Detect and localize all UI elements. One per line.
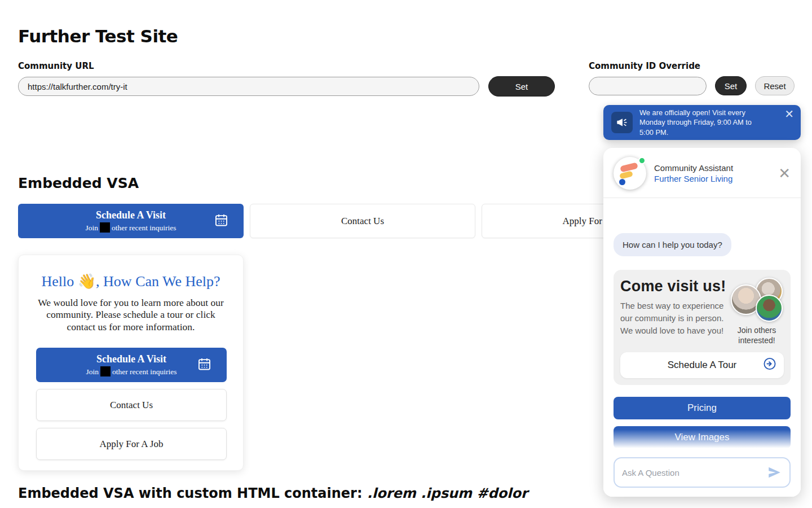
avatar [756, 295, 783, 322]
come-visit-card: Come visit us! The best way to experienc… [614, 270, 791, 385]
community-url-input[interactable] [18, 77, 479, 96]
pricing-button[interactable]: Pricing [614, 397, 791, 419]
chat-header: Community Assistant Further Senior Livin… [603, 148, 801, 198]
community-url-set-button[interactable]: Set [488, 76, 555, 97]
visitor-avatars [731, 278, 783, 322]
community-logo [614, 157, 646, 190]
redacted-count [100, 222, 110, 233]
close-icon[interactable]: ✕ [784, 108, 794, 120]
contact-us-button[interactable]: Contact Us [250, 204, 475, 238]
community-id-group: Community ID Override Set Reset [589, 61, 795, 95]
schedule-visit-label: Schedule A Visit [96, 209, 166, 221]
chat-message-area[interactable]: How can I help you today? Come visit us!… [603, 198, 801, 456]
community-id-label: Community ID Override [589, 61, 795, 71]
community-id-input[interactable] [589, 77, 707, 95]
chat-widget-panel: Community Assistant Further Senior Livin… [603, 148, 801, 497]
card-schedule-visit-button[interactable]: Schedule A Visit Joinother recent inquir… [36, 348, 227, 382]
community-id-reset-button[interactable]: Reset [755, 76, 795, 95]
visit-card-heading: Come visit us! [620, 278, 726, 295]
send-icon[interactable] [766, 465, 782, 480]
announcement-text: We are officially open! Visit every Mond… [639, 108, 762, 137]
online-status-dot [638, 157, 646, 164]
hello-card-body: We would love for you to learn more abou… [36, 297, 226, 333]
assistant-message-bubble: How can I help you today? [614, 233, 731, 256]
visit-card-body: The best way to experience our community… [620, 300, 726, 336]
calendar-icon [197, 356, 212, 374]
arrow-circle-right-icon [763, 357, 776, 374]
announcement-toast: We are officially open! Visit every Mond… [603, 105, 801, 140]
hello-card: Hello 👋, How Can We Help? We would love … [18, 255, 244, 471]
assistant-title: Community Assistant [654, 163, 733, 173]
calendar-icon [214, 212, 229, 230]
join-others-text: Join others interested! [730, 325, 784, 345]
schedule-tour-button[interactable]: Schedule A Tour [620, 352, 784, 378]
page-title: Further Test Site [18, 26, 794, 46]
redacted-count [100, 366, 111, 376]
chat-input-area [603, 456, 801, 497]
view-images-button[interactable]: View Images [614, 426, 791, 449]
ask-question-input[interactable] [622, 468, 766, 478]
schedule-visit-subtext: Joinother recent inquiries [85, 222, 176, 233]
community-link[interactable]: Further Senior Living [654, 174, 733, 183]
close-icon[interactable]: ✕ [778, 166, 791, 181]
card-contact-us-button[interactable]: Contact Us [36, 389, 227, 421]
card-apply-job-button[interactable]: Apply For A Job [36, 428, 227, 460]
megaphone-icon [611, 112, 633, 133]
schedule-visit-button[interactable]: Schedule A Visit Joinother recent inquir… [18, 204, 244, 238]
custom-container-selectors: .lorem .ipsum #dolor [367, 485, 528, 501]
community-id-set-button[interactable]: Set [715, 76, 747, 95]
hello-card-heading: Hello 👋, How Can We Help? [36, 273, 226, 290]
